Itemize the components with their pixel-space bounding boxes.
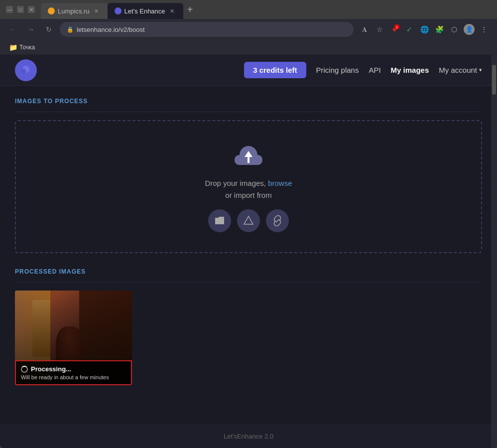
section-divider-processed xyxy=(15,282,482,283)
scrollbar[interactable] xyxy=(491,55,497,448)
tab-favicon-letsenhance xyxy=(115,7,122,14)
profile-icon[interactable]: 👤 xyxy=(462,22,476,36)
my-images-link[interactable]: My images xyxy=(391,66,429,74)
browse-link[interactable]: browse xyxy=(268,179,292,187)
section-divider-top xyxy=(15,112,482,112)
new-tab-button[interactable]: + xyxy=(183,2,197,16)
processing-bar: Processing... Will be ready in about a f… xyxy=(15,360,132,385)
toolbar-icons: 𝐀 ☆ ● 1 ✓ 🌐 🧩 ⬡ 👤 ⋮ xyxy=(358,22,491,36)
footer-label: Let'sEnhance 2.0 xyxy=(224,433,273,440)
credits-badge[interactable]: 3 credits left xyxy=(244,62,306,78)
extension-red-icon[interactable]: ● 1 xyxy=(387,22,401,36)
browser-frame: — □ ✕ Lumpics.ru ✕ Let's Enhance ✕ + ← →… xyxy=(0,0,497,448)
processed-images-section: PROCESSED IMAGES Processing. xyxy=(15,268,482,385)
tab-favicon-lumpics xyxy=(48,7,55,14)
tabs-bar: Lumpics.ru ✕ Let's Enhance ✕ + xyxy=(41,0,491,19)
folder-icon: 📁 xyxy=(9,43,17,51)
google-drive-button[interactable] xyxy=(237,209,260,232)
bookmark-icon[interactable]: ☆ xyxy=(373,22,386,36)
app-footer: Let'sEnhance 2.0 xyxy=(0,424,497,448)
refresh-button[interactable]: ↻ xyxy=(42,22,56,36)
processing-label: Processing... xyxy=(31,365,71,373)
scrollbar-thumb[interactable] xyxy=(492,65,496,95)
globe-icon[interactable]: 🌐 xyxy=(417,22,431,36)
checkmark-icon[interactable]: ✓ xyxy=(402,22,416,36)
app-logo[interactable] xyxy=(15,59,37,81)
tab-letsenhance[interactable]: Let's Enhance ✕ xyxy=(108,3,183,19)
tab-label-letsenhance: Let's Enhance xyxy=(124,7,165,15)
tab-close-lumpics[interactable]: ✕ xyxy=(93,7,101,15)
my-account-dropdown[interactable]: My account ▾ xyxy=(439,66,482,74)
processed-images-title: PROCESSED IMAGES xyxy=(15,268,482,275)
title-bar: — □ ✕ Lumpics.ru ✕ Let's Enhance ✕ + xyxy=(0,0,497,19)
close-button[interactable]: ✕ xyxy=(28,6,35,13)
tab-lumpics[interactable]: Lumpics.ru ✕ xyxy=(41,3,108,19)
upload-cloud-icon xyxy=(234,141,263,171)
processing-status: Processing... xyxy=(21,365,126,373)
api-link[interactable]: API xyxy=(369,66,380,74)
url-link-button[interactable] xyxy=(266,209,289,232)
minimize-button[interactable]: — xyxy=(6,6,13,13)
processing-subtitle: Will be ready in about a few minutes xyxy=(21,374,126,380)
address-text: letsenhance.io/v2/boost xyxy=(77,26,145,33)
header-nav: 3 credits left Pricing plans API My imag… xyxy=(244,62,482,78)
forward-button[interactable]: → xyxy=(24,22,38,36)
bookmarks-bar: 📁 Точка xyxy=(0,40,497,55)
spinner-icon xyxy=(21,366,28,373)
upload-area[interactable]: Drop your images, browse or import from xyxy=(15,120,482,253)
translate-icon[interactable]: 𝐀 xyxy=(358,22,372,36)
account-chevron-icon: ▾ xyxy=(479,67,482,73)
tab-label-lumpics: Lumpics.ru xyxy=(58,7,90,15)
back-button[interactable]: ← xyxy=(6,22,20,36)
app-header: 3 credits left Pricing plans API My imag… xyxy=(0,55,497,86)
svg-point-1 xyxy=(21,69,26,74)
lock-icon: 🔒 xyxy=(67,26,74,33)
tab-close-letsenhance[interactable]: ✕ xyxy=(168,7,176,15)
my-account-label: My account xyxy=(439,66,477,74)
maximize-button[interactable]: □ xyxy=(17,6,24,13)
pricing-plans-link[interactable]: Pricing plans xyxy=(316,66,359,74)
address-input[interactable]: 🔒 letsenhance.io/v2/boost xyxy=(60,22,354,37)
bookmark-folder[interactable]: 📁 Точка xyxy=(6,42,38,52)
bookmark-label: Точка xyxy=(19,44,35,51)
main-content: IMAGES TO PROCESS Drop your images, brow… xyxy=(0,86,497,424)
upload-sources xyxy=(208,209,289,232)
address-bar: ← → ↻ 🔒 letsenhance.io/v2/boost 𝐀 ☆ ● 1 … xyxy=(0,19,497,40)
images-to-process-title: IMAGES TO PROCESS xyxy=(15,98,482,105)
web-content: 3 credits left Pricing plans API My imag… xyxy=(0,55,497,448)
local-folder-button[interactable] xyxy=(208,209,231,232)
puzzle-icon[interactable]: 🧩 xyxy=(432,22,446,36)
window-controls: — □ ✕ xyxy=(6,6,35,13)
cast-icon[interactable]: ⬡ xyxy=(447,22,461,36)
more-button[interactable]: ⋮ xyxy=(477,22,491,36)
image-card: Processing... Will be ready in about a f… xyxy=(15,291,132,385)
upload-text: Drop your images, browse or import from xyxy=(205,177,292,201)
svg-marker-3 xyxy=(244,216,253,224)
